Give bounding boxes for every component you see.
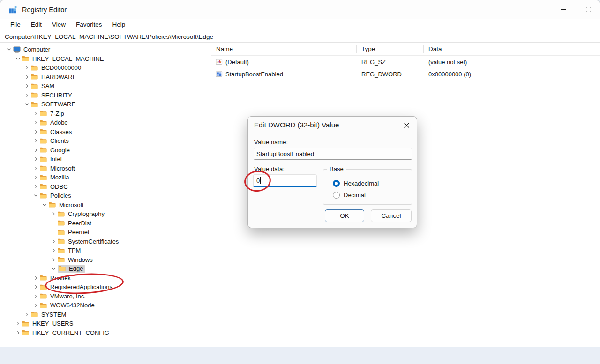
- minimize-button[interactable]: [552, 0, 574, 18]
- chevron-right-icon[interactable]: [32, 292, 40, 300]
- tree-item-policies[interactable]: Policies: [0, 191, 211, 201]
- menu-item-help[interactable]: Help: [107, 20, 131, 30]
- chevron-right-icon[interactable]: [50, 238, 58, 245]
- tree-item-label: TPM: [68, 247, 81, 254]
- tree-node: PeerDist: [58, 220, 93, 227]
- column-header-name[interactable]: Name: [211, 45, 357, 53]
- tree-node: HARDWARE: [31, 74, 78, 81]
- chevron-right-icon[interactable]: [23, 91, 31, 99]
- radio-decimal[interactable]: Decimal: [333, 192, 366, 199]
- chevron-right-icon[interactable]: [32, 174, 40, 181]
- chevron-down-icon[interactable]: [23, 101, 31, 108]
- folder-icon: [40, 147, 48, 153]
- tree-item-bcd00000000[interactable]: BCD00000000: [0, 63, 211, 73]
- chevron-right-icon[interactable]: [50, 210, 58, 218]
- tree-item-sam[interactable]: SAM: [0, 82, 211, 91]
- tree-item-systemcertificates[interactable]: SystemCertificates: [0, 237, 211, 246]
- tree-item-odbc[interactable]: ODBC: [0, 182, 211, 192]
- tree-item-hkey-local-machine[interactable]: HKEY_LOCAL_MACHINE: [0, 54, 211, 64]
- maximize-button[interactable]: [578, 0, 599, 18]
- chevron-right-icon[interactable]: [32, 137, 40, 145]
- tree-item-vmware-inc-[interactable]: VMware, Inc.: [0, 292, 211, 301]
- tree-item-peernet[interactable]: Peernet: [0, 228, 211, 237]
- radio-hexadecimal-label: Hexadecimal: [344, 180, 379, 187]
- tree-item-computer[interactable]: Computer: [0, 45, 211, 54]
- registry-tree-pane[interactable]: ComputerHKEY_LOCAL_MACHINEBCD00000000HAR…: [0, 43, 211, 347]
- tree-item-software[interactable]: SOFTWARE: [0, 100, 211, 109]
- tree-item-microsoft[interactable]: Microsoft: [0, 201, 211, 210]
- column-header-type[interactable]: Type: [357, 45, 424, 53]
- chevron-right-icon[interactable]: [14, 329, 22, 336]
- menu-item-favorites[interactable]: Favorites: [71, 20, 107, 30]
- chevron-down-icon[interactable]: [41, 201, 49, 208]
- tree-item-mozilla[interactable]: Mozilla: [0, 173, 211, 182]
- tree-item-clients[interactable]: Clients: [0, 136, 211, 146]
- value-row--default-[interactable]: ab(Default)REG_SZ(value not set): [211, 56, 600, 68]
- chevron-right-icon[interactable]: [32, 156, 40, 163]
- chevron-right-icon[interactable]: [23, 82, 31, 90]
- tree-node: Google: [40, 147, 72, 154]
- tree-item-wow6432node[interactable]: WOW6432Node: [0, 301, 211, 310]
- tree-item-adobe[interactable]: Adobe: [0, 118, 211, 127]
- tree-item-registeredapplications[interactable]: RegisteredApplications: [0, 282, 211, 292]
- chevron-down-icon[interactable]: [14, 55, 22, 62]
- address-bar[interactable]: Computer\HKEY_LOCAL_MACHINE\SOFTWARE\Pol…: [0, 31, 600, 43]
- chevron-right-icon[interactable]: [32, 128, 40, 135]
- chevron-right-icon[interactable]: [14, 320, 22, 327]
- base-groupbox: Base Hexadecimal Decimal: [323, 169, 412, 205]
- value-row-startupboostenabled[interactable]: StartupBoostEnabledREG_DWORD0x00000000 (…: [211, 68, 600, 80]
- cancel-button[interactable]: Cancel: [371, 209, 412, 222]
- tree-item-windows[interactable]: Windows: [0, 255, 211, 265]
- tree-item-intel[interactable]: Intel: [0, 155, 211, 164]
- tree-item-system[interactable]: SYSTEM: [0, 310, 211, 319]
- value-name-field[interactable]: StartupBoostEnabled: [254, 148, 412, 160]
- folder-icon: [40, 120, 48, 126]
- selected-tree-node: Edge: [58, 265, 85, 273]
- value-data-input[interactable]: 0: [253, 174, 317, 187]
- chevron-right-icon[interactable]: [50, 256, 58, 263]
- chevron-right-icon[interactable]: [32, 274, 40, 282]
- tree-item-security[interactable]: SECURITY: [0, 91, 211, 100]
- chevron-down-icon[interactable]: [5, 46, 13, 53]
- ok-button[interactable]: OK: [325, 209, 364, 222]
- tree-item-peerdist[interactable]: PeerDist: [0, 219, 211, 228]
- dialog-close-button[interactable]: [402, 120, 411, 130]
- chevron-right-icon[interactable]: [32, 119, 40, 126]
- menu-item-edit[interactable]: Edit: [26, 20, 47, 30]
- chevron-right-icon[interactable]: [23, 311, 31, 318]
- chevron-right-icon[interactable]: [32, 283, 40, 291]
- tree-item-hardware[interactable]: HARDWARE: [0, 73, 211, 82]
- tree-item-classes[interactable]: Classes: [0, 127, 211, 137]
- chevron-right-icon[interactable]: [50, 247, 58, 254]
- tree-item-7-zip[interactable]: 7-Zip: [0, 109, 211, 119]
- column-header-data[interactable]: Data: [424, 45, 600, 53]
- folder-icon: [31, 92, 39, 98]
- tree-item-realtek[interactable]: Realtek: [0, 274, 211, 283]
- folder-icon: [58, 257, 66, 262]
- chevron-down-icon[interactable]: [50, 265, 58, 273]
- chevron-right-icon[interactable]: [23, 73, 31, 81]
- tree-item-hkey-users[interactable]: HKEY_USERS: [0, 319, 211, 328]
- value-data-cell: (value not set): [424, 59, 600, 66]
- tree-item-label: Policies: [50, 192, 71, 199]
- tree-item-hkey-current-config[interactable]: HKEY_CURRENT_CONFIG: [0, 328, 211, 338]
- tree-item-cryptography[interactable]: Cryptography: [0, 209, 211, 219]
- registry-editor-icon: [8, 5, 17, 15]
- chevron-right-icon[interactable]: [32, 110, 40, 117]
- chevron-right-icon[interactable]: [23, 64, 31, 72]
- tree-item-edge[interactable]: Edge: [0, 264, 211, 274]
- chevron-right-icon[interactable]: [32, 302, 40, 309]
- radio-decimal-label: Decimal: [344, 192, 366, 199]
- chevron-down-icon[interactable]: [32, 192, 40, 200]
- radio-hexadecimal[interactable]: Hexadecimal: [333, 180, 379, 187]
- menu-item-file[interactable]: File: [5, 20, 26, 30]
- chevron-right-icon[interactable]: [32, 183, 40, 190]
- chevron-right-icon[interactable]: [32, 146, 40, 154]
- menu-item-view[interactable]: View: [47, 20, 71, 30]
- tree-node: Realtek: [40, 275, 73, 282]
- tree-item-microsoft[interactable]: Microsoft: [0, 164, 211, 173]
- tree-item-tpm[interactable]: TPM: [0, 246, 211, 255]
- tree-item-google[interactable]: Google: [0, 146, 211, 155]
- chevron-right-icon[interactable]: [32, 164, 40, 172]
- folder-icon: [31, 65, 39, 71]
